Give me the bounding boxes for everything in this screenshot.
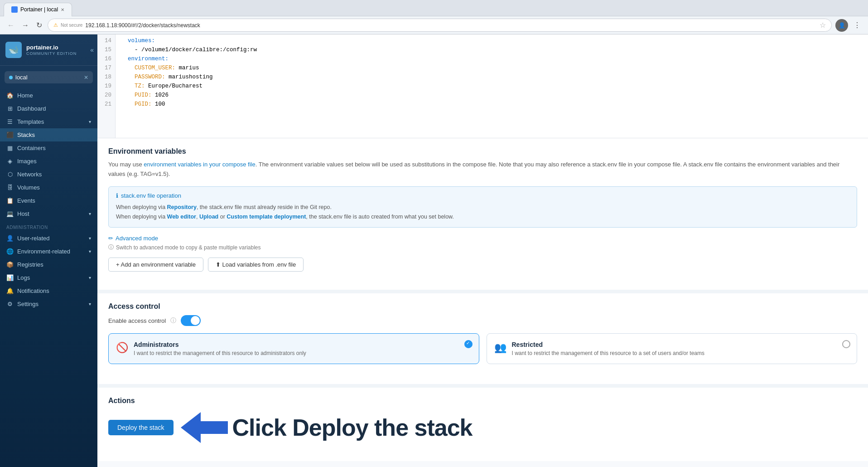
profile-btn[interactable]: 👤 xyxy=(835,19,848,32)
registries-icon: 📦 xyxy=(6,261,14,268)
environment-related-arrow-icon: ▾ xyxy=(89,249,91,254)
environment-related-icon: 🌐 xyxy=(6,248,14,255)
admin-card-icon: 🚫 xyxy=(116,342,128,354)
sidebar-item-registries[interactable]: 📦 Registries xyxy=(0,258,97,271)
sidebar-item-templates[interactable]: ☰ Templates ▾ xyxy=(0,115,97,128)
sidebar-item-label: Containers xyxy=(17,145,46,151)
info-title-text: stack.env file operation xyxy=(121,192,181,199)
address-bar[interactable]: ⚠ Not secure 192.168.1.18:9000/#!/2/dock… xyxy=(48,19,832,32)
sidebar-item-containers[interactable]: ▦ Containers xyxy=(0,141,97,155)
code-editor-area: 14 15 16 17 18 19 20 21 volumes: - /volu… xyxy=(97,34,868,138)
sidebar-collapse-btn[interactable]: « xyxy=(90,46,94,54)
upload-link[interactable]: Upload xyxy=(199,214,218,220)
add-env-variable-btn[interactable]: + Add an environment variable xyxy=(108,258,203,272)
restricted-card-text: Restricted I want to restrict the manage… xyxy=(512,341,705,356)
sidebar-item-logs[interactable]: 📊 Logs ▾ xyxy=(0,271,97,284)
env-section-desc: You may use environment variables in you… xyxy=(108,160,857,179)
sidebar-item-environment-related[interactable]: 🌐 Environment-related ▾ xyxy=(0,245,97,258)
admin-card-desc: I want to restrict the management of thi… xyxy=(134,350,306,356)
code-line-20: PUID: 1026 xyxy=(121,91,863,100)
sidebar-item-networks[interactable]: ⬡ Networks xyxy=(0,168,97,181)
env-section-title: Environment variables xyxy=(108,147,857,156)
env-close-btn[interactable]: ✕ xyxy=(84,74,88,81)
advanced-mode-label: Advanced mode xyxy=(116,235,158,242)
repo-link[interactable]: Repository xyxy=(167,204,197,210)
sidebar-item-stacks[interactable]: ⬛ Stacks xyxy=(0,128,97,141)
web-editor-link[interactable]: Web editor xyxy=(167,214,196,220)
logo-icon: 🐋 xyxy=(5,42,22,58)
help-icon: ⓘ xyxy=(170,316,176,325)
deploy-stack-btn[interactable]: Deploy the stack xyxy=(108,420,174,435)
templates-arrow-icon: ▾ xyxy=(89,119,91,124)
load-env-file-btn[interactable]: ⬆ Load variables from .env file xyxy=(208,258,304,272)
logs-arrow-icon: ▾ xyxy=(89,275,91,280)
sidebar-item-notifications[interactable]: 🔔 Notifications xyxy=(0,284,97,297)
sidebar-item-label: Images xyxy=(17,158,37,165)
sidebar-item-dashboard[interactable]: ⊞ Dashboard xyxy=(0,102,97,115)
restricted-card-title: Restricted xyxy=(512,341,705,348)
logo-text-block: portainer.io COMMUNITY EDITION xyxy=(26,44,77,56)
sidebar-item-label: Host xyxy=(17,210,29,217)
sidebar-item-home[interactable]: 🏠 Home xyxy=(0,89,97,102)
code-line-blank2 xyxy=(121,118,863,127)
settings-icon: ⚙ xyxy=(6,301,14,307)
logo-text: portainer.io xyxy=(26,44,77,51)
env-link[interactable]: environment variables in your compose fi… xyxy=(144,161,255,168)
env-name: local xyxy=(9,74,28,81)
sidebar-logo: 🐋 portainer.io COMMUNITY EDITION « xyxy=(0,34,97,66)
host-arrow-icon: ▾ xyxy=(89,211,91,216)
forward-btn[interactable]: → xyxy=(20,19,31,31)
sidebar-item-label: Templates xyxy=(17,118,44,125)
main-content: 14 15 16 17 18 19 20 21 volumes: - /volu… xyxy=(97,34,868,467)
tab-favicon xyxy=(11,6,18,13)
sidebar-item-label: Home xyxy=(17,92,33,99)
templates-icon: ☰ xyxy=(6,118,14,125)
code-line-21: PGID: 100 xyxy=(121,100,863,109)
restricted-card-desc: I want to restrict the management of thi… xyxy=(512,350,705,356)
sidebar-item-label: Dashboard xyxy=(17,105,46,112)
sidebar-item-images[interactable]: ◈ Images xyxy=(0,155,97,168)
admin-section-label: Administration xyxy=(0,220,97,232)
access-control-toggle[interactable] xyxy=(181,315,201,326)
user-related-arrow-icon: ▾ xyxy=(89,236,91,241)
info-icon: ℹ xyxy=(116,192,118,199)
tab-close-btn[interactable]: ✕ xyxy=(61,7,64,12)
networks-icon: ⬡ xyxy=(6,171,14,178)
settings-arrow-icon: ▾ xyxy=(89,302,91,306)
env-variables-section: Environment variables You may use enviro… xyxy=(97,138,868,290)
sidebar-item-volumes[interactable]: 🗄 Volumes xyxy=(0,181,97,194)
admin-access-card[interactable]: 🚫 Administrators I want to restrict the … xyxy=(108,333,479,364)
sidebar-item-host[interactable]: 💻 Host ▾ xyxy=(0,207,97,220)
sidebar-item-settings[interactable]: ⚙ Settings ▾ xyxy=(0,297,97,311)
dashboard-icon: ⊞ xyxy=(6,105,14,112)
code-content[interactable]: volumes: - /volume1/docker/calibre:/conf… xyxy=(116,34,868,138)
menu-btn[interactable]: ⋮ xyxy=(852,19,863,31)
actions-title: Actions xyxy=(108,397,857,405)
bookmark-btn[interactable]: ☆ xyxy=(820,21,826,29)
back-btn[interactable]: ← xyxy=(5,19,16,31)
admin-card-title: Administrators xyxy=(134,341,306,348)
tab-title: Portainer | local xyxy=(20,6,58,13)
sidebar-item-events[interactable]: 📋 Events xyxy=(0,194,97,207)
code-lines: 14 15 16 17 18 19 20 21 volumes: - /volu… xyxy=(97,34,868,138)
env-label: local xyxy=(15,74,28,81)
reload-btn[interactable]: ↻ xyxy=(34,19,44,31)
env-badge: local ✕ xyxy=(5,71,93,83)
sidebar-item-user-related[interactable]: 👤 User-related ▾ xyxy=(0,232,97,245)
home-icon: 🏠 xyxy=(6,92,14,99)
advanced-mode-link[interactable]: ✏ Advanced mode xyxy=(108,235,857,242)
user-related-icon: 👤 xyxy=(6,235,14,242)
restricted-access-card[interactable]: 👥 Restricted I want to restrict the mana… xyxy=(487,333,858,364)
host-icon: 💻 xyxy=(6,210,14,217)
custom-template-link[interactable]: Custom template deployment xyxy=(227,214,306,220)
notifications-icon: 🔔 xyxy=(6,287,14,294)
sidebar-item-label: Environment-related xyxy=(17,248,70,255)
info-box: ℹ stack.env file operation When deployin… xyxy=(108,186,857,228)
code-line-18: PASSWORD: mariushosting xyxy=(121,73,863,82)
events-icon: 📋 xyxy=(6,197,14,204)
code-line-17: CUSTOM_USER: marius xyxy=(121,63,863,73)
sidebar-item-label: Notifications xyxy=(17,287,49,294)
sidebar-item-label: Logs xyxy=(17,274,30,281)
active-tab[interactable]: Portainer | local ✕ xyxy=(4,3,72,16)
enable-access-label: Enable access control xyxy=(108,317,166,324)
